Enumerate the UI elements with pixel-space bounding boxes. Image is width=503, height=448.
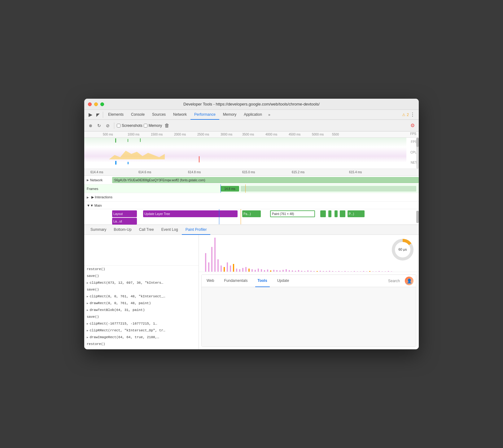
histogram-bar	[217, 259, 219, 272]
mini-tab-search[interactable]: Search	[388, 279, 400, 283]
detail-scrollbar-thumb[interactable]	[416, 211, 419, 223]
tab-bottom-up[interactable]: Bottom-Up	[110, 225, 135, 235]
tick-500: 500 ms	[103, 133, 113, 136]
cmd-cliprrect-1-arrow: ▶	[87, 329, 88, 332]
main-tasks-content[interactable]: Layout Update Layer Tree Pa...) Paint (7…	[112, 209, 416, 224]
frames-content[interactable]: 14.8 ms	[112, 184, 419, 193]
cmd-cliprect-2-text: clipRect(0, 0, 761, 48, "kIntersect_…	[90, 295, 165, 298]
task-small-1[interactable]	[320, 210, 326, 217]
cmd-save-3[interactable]: save()	[84, 313, 199, 320]
settings-button[interactable]: ⚙	[409, 122, 416, 129]
task-paint-main[interactable]: Paint (761 × 48)	[270, 210, 315, 217]
histogram-bar	[326, 271, 327, 272]
histogram-bar	[261, 269, 262, 272]
cmd-save-1[interactable]: save()	[84, 273, 199, 279]
tab-application[interactable]: Application	[240, 110, 266, 120]
histogram-bar	[298, 270, 299, 272]
tick-1500: 1500 ms	[151, 133, 163, 136]
histogram-bar	[295, 271, 296, 272]
tab-paint-profiler[interactable]: Paint Profiler	[182, 225, 211, 235]
histogram-bar	[351, 271, 352, 272]
mini-tab-update[interactable]: Update	[275, 275, 292, 287]
clear-recording-button[interactable]: 🗑	[164, 123, 169, 128]
cmd-save-2[interactable]: save()	[84, 286, 199, 293]
cmd-drawrect-1-arrow: ▶	[87, 302, 88, 305]
main-tasks-track[interactable]: Layout Update Layer Tree Pa...) Paint (7…	[84, 209, 419, 225]
histogram-bar	[301, 271, 302, 272]
task-layout-sub-label: La...ut	[113, 220, 122, 223]
tab-summary[interactable]: Summary	[87, 225, 110, 235]
tick-5000: 5000 ms	[312, 133, 324, 136]
record-button[interactable]: ⏺	[87, 122, 94, 129]
minimize-button[interactable]	[94, 102, 98, 106]
timeline-charts-area[interactable]: FPS CPU NET	[84, 138, 419, 169]
cmd-drawimagerect-1[interactable]: ▶ drawImageRect(64, 64, true, 2188,…	[84, 334, 199, 341]
frames-bar: 14.8 ms	[221, 186, 239, 192]
task-small-4[interactable]	[340, 210, 345, 217]
mini-tab-tools[interactable]: Tools	[255, 275, 270, 287]
device-icon[interactable]: ◤	[94, 111, 102, 118]
cmd-cliprect-2[interactable]: ▶ clipRect(0, 0, 761, 48, "kIntersect_…	[84, 293, 199, 300]
task-layout[interactable]: Layout	[112, 210, 137, 217]
histogram-bar	[239, 269, 240, 272]
histogram-bar	[233, 264, 234, 272]
mini-tab-fundamentals[interactable]: Fundamentals	[221, 275, 250, 287]
task-small-3[interactable]	[335, 210, 338, 217]
screenshots-group: Screenshots	[117, 123, 142, 128]
task-paint-3[interactable]: P...)	[348, 210, 365, 217]
interactions-content[interactable]	[112, 193, 419, 201]
tab-network[interactable]: Network	[169, 110, 190, 120]
network-content[interactable]: :S6g4U3t-Y5UEw0IE80IlgEseQY3FEmqw.woff2 …	[112, 176, 419, 184]
clear-button[interactable]: ⊘	[104, 122, 112, 129]
cmd-cliprect-3[interactable]: ▶ clipRect(-16777215, -16777215, 1…	[84, 320, 199, 327]
histogram-bar	[363, 271, 364, 272]
task-small-2[interactable]	[328, 210, 331, 217]
histogram-bar	[221, 265, 222, 272]
paint-histogram	[84, 235, 199, 266]
maximize-button[interactable]	[100, 102, 104, 106]
close-button[interactable]	[88, 102, 92, 106]
histogram-bar	[307, 270, 308, 272]
user-avatar[interactable]: 👤	[405, 277, 413, 285]
tab-call-tree[interactable]: Call Tree	[135, 225, 158, 235]
cmd-cliprrect-1[interactable]: ▶ clipRRect(rrect, "kIntersect_Op", tr…	[84, 327, 199, 334]
task-layout-sub[interactable]: La...ut	[112, 218, 137, 225]
cmd-restore-1[interactable]: restore()	[84, 266, 199, 273]
mini-browser-content	[202, 287, 416, 347]
cmd-drawtextblob-1[interactable]: ▶ drawTextBlob(64, 31, paint)	[84, 307, 199, 313]
bottom-tab-bar: Summary Bottom-Up Call Tree Event Log Pa…	[84, 225, 419, 235]
paint-commands-list[interactable]: restore() save() ▶ clipRect(673, 12, 697…	[84, 235, 199, 349]
cmd-save-2-text: save()	[87, 288, 99, 291]
devtools-menu-button[interactable]: ⋮	[409, 111, 416, 118]
histogram-bar	[323, 271, 324, 272]
timeline-scrollbar-thumb[interactable]	[416, 138, 419, 147]
memory-checkbox[interactable]	[144, 124, 147, 127]
histogram-bar	[329, 271, 330, 272]
histogram-bar	[335, 271, 336, 272]
histogram-bar	[289, 270, 290, 272]
tab-console[interactable]: Console	[127, 110, 148, 120]
histogram-bar	[338, 271, 339, 272]
histogram-bar	[276, 270, 278, 272]
timeline-scrollbar[interactable]	[416, 138, 419, 169]
screenshots-checkbox[interactable]	[117, 124, 120, 127]
cmd-drawrect-1[interactable]: ▶ drawRect(0, 0, 761, 48, paint)	[84, 300, 199, 307]
tab-event-log[interactable]: Event Log	[158, 225, 182, 235]
tab-elements[interactable]: Elements	[104, 110, 127, 120]
cmd-cliprect-1[interactable]: ▶ clipRect(673, 12, 697, 36, "kInters…	[84, 279, 199, 286]
detail-scrollbar[interactable]	[416, 211, 419, 223]
main-orange-line	[241, 209, 241, 224]
tab-performance[interactable]: Performance	[190, 110, 219, 120]
reload-button[interactable]: ↻	[95, 122, 103, 129]
more-tabs-button[interactable]: »	[266, 113, 273, 117]
task-paint-1[interactable]: Pa...)	[242, 210, 261, 217]
cmd-restore-2[interactable]: restore()	[84, 341, 199, 347]
tick-5500: 5500	[332, 133, 339, 136]
inspect-icon[interactable]: ▶	[87, 111, 94, 118]
cmd-save-4[interactable]: save()	[84, 347, 199, 349]
task-update-layer-tree[interactable]: Update Layer Tree	[143, 210, 238, 217]
mini-tab-web[interactable]: Web	[204, 275, 217, 287]
tab-sources[interactable]: Sources	[148, 110, 169, 120]
histogram-bar	[313, 271, 315, 272]
tab-memory[interactable]: Memory	[219, 110, 240, 120]
